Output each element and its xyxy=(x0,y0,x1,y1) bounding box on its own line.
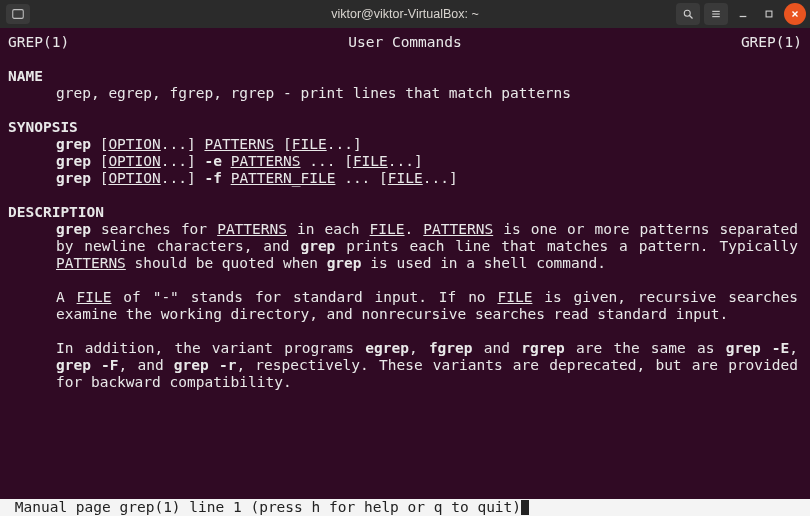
man-header-center: User Commands xyxy=(348,34,462,51)
close-button[interactable] xyxy=(784,3,806,25)
cursor xyxy=(521,500,529,515)
minimize-icon xyxy=(738,9,748,19)
search-icon xyxy=(682,8,694,20)
description-paragraph-3: In addition, the variant programs egrep,… xyxy=(8,340,802,391)
section-synopsis-heading: SYNOPSIS xyxy=(8,119,802,136)
hamburger-icon xyxy=(710,8,722,20)
man-header: GREP(1) User Commands GREP(1) xyxy=(8,34,802,51)
synopsis-line-2: grep [OPTION...] -e PATTERNS ... [FILE..… xyxy=(8,153,802,170)
description-paragraph-1: grep searches for PATTERNS in each FILE.… xyxy=(8,221,802,272)
title-bar: viktor@viktor-VirtualBox: ~ xyxy=(0,0,810,28)
close-icon xyxy=(790,9,800,19)
section-description-heading: DESCRIPTION xyxy=(8,204,802,221)
terminal-tab-icon xyxy=(11,7,25,21)
man-header-left: GREP(1) xyxy=(8,34,69,51)
svg-point-1 xyxy=(684,10,690,16)
svg-rect-7 xyxy=(766,11,772,17)
synopsis-line-3: grep [OPTION...] -f PATTERN_FILE ... [FI… xyxy=(8,170,802,187)
svg-line-2 xyxy=(690,16,693,19)
search-button[interactable] xyxy=(676,3,700,25)
menu-button[interactable] xyxy=(704,3,728,25)
section-name-heading: NAME xyxy=(8,68,802,85)
svg-rect-0 xyxy=(13,10,24,19)
man-status-bar: Manual page grep(1) line 1 (press h for … xyxy=(0,499,810,516)
new-tab-button[interactable] xyxy=(6,4,30,24)
maximize-icon xyxy=(764,9,774,19)
synopsis-line-1: grep [OPTION...] PATTERNS [FILE...] xyxy=(8,136,802,153)
terminal-content[interactable]: GREP(1) User Commands GREP(1) NAME grep,… xyxy=(0,28,810,391)
maximize-button[interactable] xyxy=(758,3,780,25)
man-header-right: GREP(1) xyxy=(741,34,802,51)
minimize-button[interactable] xyxy=(732,3,754,25)
man-status-text: Manual page grep(1) line 1 (press h for … xyxy=(6,499,521,515)
description-paragraph-2: A FILE of "-" stands for standard input.… xyxy=(8,289,802,323)
section-name-body: grep, egrep, fgrep, rgrep - print lines … xyxy=(8,85,802,102)
